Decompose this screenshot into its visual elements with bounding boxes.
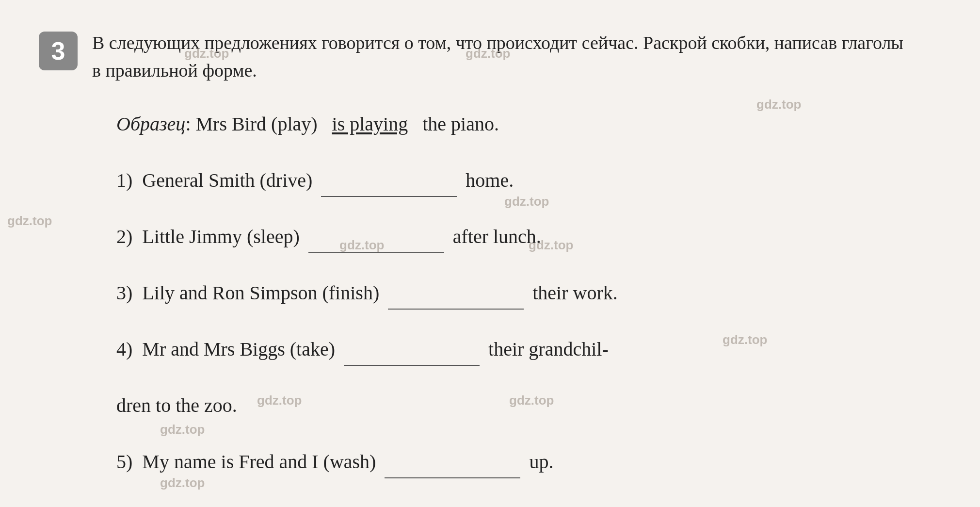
item-1-number: 1) (116, 169, 132, 191)
item-5-before: My name is Fred and I (wash) (142, 451, 376, 473)
item-1-blank[interactable] (321, 196, 457, 197)
item-4-continuation-text: dren to the zoo. (116, 394, 237, 416)
item-5-number: 5) (116, 451, 132, 473)
item-4-number: 4) (116, 338, 132, 360)
item-2-blank[interactable] (308, 252, 444, 253)
item-1-after: home. (466, 169, 514, 191)
example-after: the piano. (422, 113, 499, 135)
header-section: 3 В следующих предложениях говорится о т… (39, 29, 941, 84)
item-4-after: their grandchil- (488, 338, 609, 360)
item-1-before: General Smith (drive) (142, 169, 312, 191)
item-2-before: Little Jimmy (sleep) (142, 226, 299, 247)
example-line: Образец: Mrs Bird (play) is playing the … (116, 109, 912, 140)
example-label: Образец (116, 113, 185, 135)
exercise-number: 3 (51, 36, 65, 65)
exercise-number-badge: 3 (39, 32, 78, 70)
exercise-item-1: 1) General Smith (drive) home. (116, 164, 912, 197)
item-4-blank[interactable] (344, 365, 480, 366)
item-2-after: after lunch. (453, 226, 541, 247)
item-3-blank[interactable] (388, 309, 524, 310)
instruction-body: В следующих предложениях говорится о том… (92, 33, 903, 81)
item-2-number: 2) (116, 226, 132, 247)
instruction-text: В следующих предложениях говорится о том… (92, 29, 916, 84)
item-5-after: up. (529, 451, 553, 473)
exercise-body: Образец: Mrs Bird (play) is playing the … (39, 109, 941, 478)
item-3-number: 3) (116, 282, 132, 304)
example-answer: is playing (332, 113, 408, 135)
item-5-blank[interactable] (385, 477, 520, 478)
item-3-before: Lily and Ron Simpson (finish) (142, 282, 379, 304)
page: gdz.top gdz.top gdz.top gdz.top gdz.top … (0, 0, 980, 507)
item-4-before: Mr and Mrs Biggs (take) (142, 338, 335, 360)
example-before: : Mrs Bird (play) (185, 113, 317, 135)
item-4-continuation: dren to the zoo. (116, 389, 912, 422)
exercise-item-2: 2) Little Jimmy (sleep) after lunch. (116, 220, 912, 253)
exercise-item-3: 3) Lily and Ron Simpson (finish) their w… (116, 277, 912, 310)
item-3-after: their work. (532, 282, 618, 304)
exercise-item-5: 5) My name is Fred and I (wash) up. (116, 445, 912, 478)
exercise-item-4: 4) Mr and Mrs Biggs (take) their grandch… (116, 333, 912, 366)
